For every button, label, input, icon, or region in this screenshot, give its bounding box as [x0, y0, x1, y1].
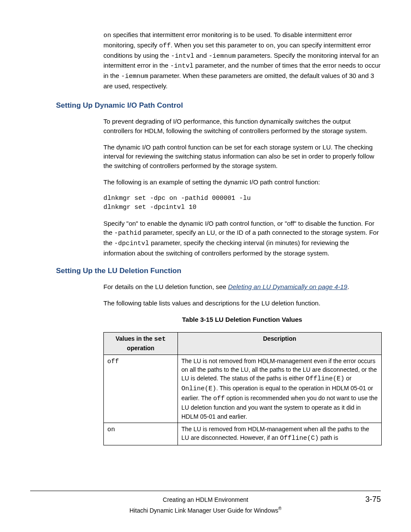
table-header-description: Description [178, 332, 382, 355]
table-header-values: Values in the set operation [104, 332, 178, 355]
code-literal: -iemnum [209, 53, 236, 60]
footer-chapter-title: Creating an HDLM Environment [56, 495, 355, 504]
table-cell-description: The LU is removed from HDLM-management w… [178, 423, 382, 445]
body-text: The following is an example of setting t… [103, 177, 381, 187]
code-block: dlnkmgr set -dpc on -pathid 000001 -lu d… [103, 194, 381, 212]
table-cell-value: off [104, 355, 178, 423]
heading-lu-deletion: Setting Up the LU Deletion Function [56, 266, 381, 277]
table-cell-description: The LU is not removed from HDLM-manageme… [178, 355, 382, 423]
heading-dynamic-io: Setting Up Dynamic I/O Path Control [56, 100, 381, 111]
footer-book-title: Hitachi Dynamic Link Manager User Guide … [30, 506, 381, 515]
body-text: . When you set this parameter to [171, 41, 266, 49]
lu-deletion-table: Values in the set operation Description … [103, 332, 382, 446]
section-dynamic-content: To prevent degrading of I/O performance,… [103, 117, 381, 258]
table-caption: Table 3-15 LU Deletion Function Values [103, 315, 381, 324]
code-literal: on [266, 42, 274, 50]
table-cell-value: on [104, 423, 178, 445]
body-text: For details on the LU deletion function,… [103, 283, 228, 290]
intro-paragraph: on specifies that intermittent error mon… [103, 30, 381, 91]
code-literal: -intvl [170, 62, 193, 70]
footer-page-number: 3-75 [355, 494, 381, 505]
footer-rule [30, 491, 381, 491]
table-header-row: Values in the set operation Description [104, 332, 382, 355]
code-literal: -pathid [114, 230, 141, 237]
code-literal: -iemnum [121, 73, 148, 80]
code-literal: -intvl [171, 53, 194, 60]
code-literal: -dpcintvl [114, 240, 149, 247]
code-literal: on [103, 32, 111, 39]
page-footer: Creating an HDLM Environment 3-75 Hitach… [30, 491, 381, 515]
cross-reference-link[interactable]: Deleting an LU Dynamically on page 4-19 [228, 283, 347, 290]
table-row: on The LU is removed from HDLM-managemen… [104, 423, 382, 445]
body-text: . [347, 283, 349, 290]
body-text: The following table lists values and des… [103, 299, 381, 308]
registered-mark: ® [278, 506, 281, 511]
body-text: To prevent degrading of I/O performance,… [103, 117, 381, 136]
body-text: The dynamic I/O path control function ca… [103, 143, 381, 171]
code-literal: off [159, 42, 171, 50]
body-text: and [194, 52, 209, 59]
document-page: on specifies that intermittent error mon… [0, 0, 411, 532]
table-row: off The LU is not removed from HDLM-mana… [104, 355, 382, 423]
section-lu-content: For details on the LU deletion function,… [103, 282, 381, 324]
